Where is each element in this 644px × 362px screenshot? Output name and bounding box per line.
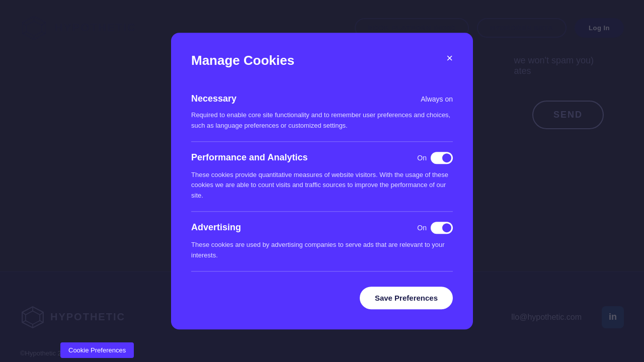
modal-close-button[interactable]: × [446, 53, 453, 64]
performance-toggle[interactable] [431, 152, 453, 164]
advertising-section: Advertising On These cookies are used by… [191, 212, 453, 272]
advertising-title: Advertising [191, 223, 241, 233]
necessary-title: Necessary [191, 94, 236, 104]
performance-status-label: On [417, 154, 427, 162]
performance-toggle-area: On [417, 152, 453, 164]
cookie-modal: Manage Cookies × Necessary Always on Req… [171, 33, 473, 329]
necessary-description: Required to enable core site functionali… [191, 110, 453, 131]
modal-header: Manage Cookies × [191, 53, 453, 68]
performance-title: Performance and Analytics [191, 152, 307, 163]
performance-description: These cookies provide quantitative measu… [191, 170, 453, 201]
performance-header: Performance and Analytics On [191, 152, 453, 164]
cookie-preferences-button[interactable]: Cookie Preferences [60, 342, 134, 358]
advertising-toggle-area: On [417, 222, 453, 234]
save-preferences-button[interactable]: Save Preferences [360, 287, 453, 309]
performance-section: Performance and Analytics On These cooki… [191, 142, 453, 212]
necessary-section: Necessary Always on Required to enable c… [191, 83, 453, 142]
advertising-description: These cookies are used by advertising co… [191, 240, 453, 261]
modal-footer: Save Preferences [191, 287, 453, 309]
necessary-status: Always on [421, 95, 453, 103]
necessary-header: Necessary Always on [191, 94, 453, 104]
advertising-toggle[interactable] [431, 222, 453, 234]
advertising-status-label: On [417, 224, 427, 232]
modal-title: Manage Cookies [191, 53, 294, 68]
advertising-header: Advertising On [191, 222, 453, 234]
